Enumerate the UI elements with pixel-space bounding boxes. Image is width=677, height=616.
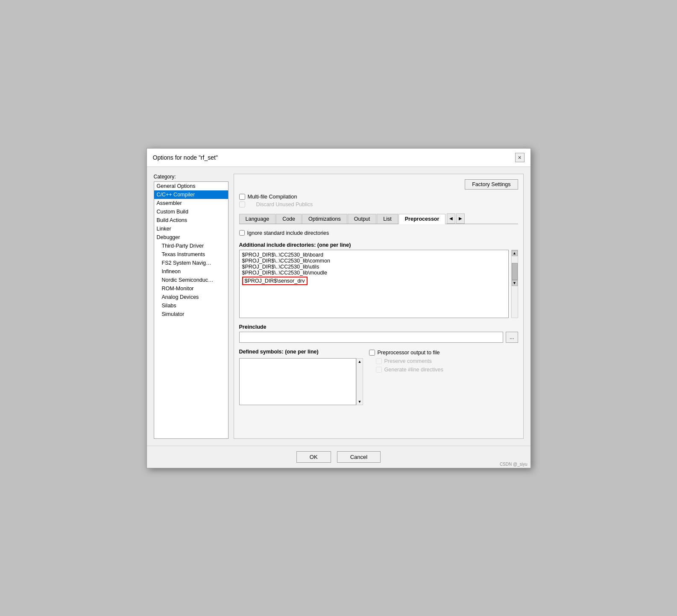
sidebar-item-third-party-driver[interactable]: Third-Party Driver [154, 242, 228, 250]
include-line-2: $PROJ_DIR$\..\CC2530_lib\common [242, 258, 506, 264]
include-line-4: $PROJ_DIR$\..\CC2530_lib\moudle [242, 270, 506, 276]
tab-content-preprocessor: Ignore standard include directories Addi… [239, 230, 518, 433]
multi-file-row: Multi-file Compilation [239, 194, 518, 200]
preinclude-row: ... [239, 332, 518, 343]
sidebar-item-cpp-compiler[interactable]: C/C++ Compiler [154, 190, 228, 199]
preserve-comments-row: Preserve comments [369, 358, 443, 364]
ok-button[interactable]: OK [296, 451, 331, 463]
include-line-3: $PROJ_DIR$\..\CC2530_lib\utils [242, 264, 506, 270]
defined-symbols-section: Defined symbols: (one per line) ▲ ▼ [239, 349, 518, 405]
pp-output-row: Preprocessor output to file [369, 350, 443, 356]
pp-output-checkbox[interactable] [369, 350, 375, 356]
additional-include-section: Additional include directories: (one per… [239, 242, 518, 318]
defined-scroll-up[interactable]: ▲ [358, 359, 361, 364]
tab-nav-left[interactable]: ◀ [447, 213, 455, 224]
content-panel: Factory Settings Multi-file Compilation … [234, 174, 524, 439]
ignore-std-checkbox[interactable] [239, 230, 245, 236]
discard-unused-label: Discard Unused Publics [248, 201, 313, 207]
sidebar-item-fs2-system-navi[interactable]: FS2 System Navig… [154, 259, 228, 267]
multi-file-label: Multi-file Compilation [248, 194, 297, 200]
browse-button[interactable]: ... [506, 332, 518, 343]
defined-symbols-textarea[interactable] [239, 358, 357, 405]
defined-scroll-down[interactable]: ▼ [358, 400, 361, 404]
close-button[interactable]: × [515, 153, 525, 162]
include-line-1: $PROJ_DIR$\..\CC2530_lib\board [242, 252, 506, 258]
include-box-wrapper: $PROJ_DIR$\..\CC2530_lib\board $PROJ_DIR… [239, 250, 518, 318]
defined-scrollbar: ▲ ▼ [356, 358, 363, 405]
preinclude-label: Preinclude [239, 324, 518, 330]
sidebar-item-nordic-semiconduc[interactable]: Nordic Semiconduc… [154, 276, 228, 284]
preinclude-section: Preinclude ... [239, 324, 518, 343]
dialog-footer: OK Cancel [147, 446, 530, 468]
sidebar: Category: General OptionsC/C++ CompilerA… [154, 174, 229, 439]
preinclude-input[interactable] [239, 332, 504, 343]
factory-settings-button[interactable]: Factory Settings [465, 179, 518, 190]
tab-optimizations[interactable]: Optimizations [302, 214, 347, 224]
tab-list[interactable]: List [377, 214, 398, 224]
scrollbar-thumb [512, 263, 518, 280]
sidebar-item-analog-devices[interactable]: Analog Devices [154, 293, 228, 301]
sidebar-item-build-actions[interactable]: Build Actions [154, 216, 228, 225]
preserve-comments-checkbox[interactable] [376, 358, 382, 364]
generate-line-label: Generate #line directives [384, 367, 443, 373]
window-title: Options for node "rf_set" [153, 154, 218, 161]
defined-symbols-label: Defined symbols: (one per line) [239, 349, 363, 355]
tab-code[interactable]: Code [276, 214, 302, 224]
additional-include-label: Additional include directories: (one per… [239, 242, 518, 248]
include-lines-display: $PROJ_DIR$\..\CC2530_lib\board $PROJ_DIR… [240, 250, 508, 287]
include-line-highlighted: $PROJ_DIR$\sensor_drv [242, 277, 308, 285]
discard-unused-checkbox[interactable] [239, 201, 245, 207]
tab-preprocessor[interactable]: Preprocessor [399, 214, 446, 224]
ignore-std-label: Ignore standard include directories [247, 230, 329, 236]
tab-output[interactable]: Output [348, 214, 377, 224]
dialog-body: Category: General OptionsC/C++ CompilerA… [147, 167, 530, 446]
defined-right: Preprocessor output to file Preserve com… [369, 349, 443, 405]
preserve-comments-label: Preserve comments [384, 358, 432, 364]
include-scrollbar[interactable]: ▲ ▼ [511, 250, 518, 318]
sidebar-item-custom-build[interactable]: Custom Build [154, 207, 228, 216]
sidebar-item-debugger[interactable]: Debugger [154, 233, 228, 242]
main-dialog: Options for node "rf_set" × Category: Ge… [147, 148, 531, 468]
ignore-std-row: Ignore standard include directories [239, 230, 518, 236]
cancel-button[interactable]: Cancel [337, 451, 381, 463]
category-list: General OptionsC/C++ CompilerAssemblerCu… [154, 181, 229, 439]
top-bar: Factory Settings [239, 179, 518, 190]
pp-output-label: Preprocessor output to file [378, 350, 440, 356]
tab-language[interactable]: Language [239, 214, 276, 224]
sidebar-item-rom-monitor[interactable]: ROM-Monitor [154, 284, 228, 293]
checkboxes-section: Multi-file Compilation Discard Unused Pu… [239, 194, 518, 207]
sidebar-item-simulator[interactable]: Simulator [154, 310, 228, 318]
multi-file-checkbox[interactable] [239, 194, 245, 200]
defined-left: Defined symbols: (one per line) ▲ ▼ [239, 349, 363, 405]
discard-unused-row: Discard Unused Publics [239, 201, 518, 207]
sidebar-item-general-options[interactable]: General Options [154, 182, 228, 190]
generate-line-checkbox[interactable] [376, 367, 382, 373]
category-label: Category: [154, 174, 229, 180]
generate-line-row: Generate #line directives [369, 367, 443, 373]
sidebar-item-infineon[interactable]: Infineon [154, 267, 228, 276]
watermark: CSDN @_siyu [500, 462, 528, 467]
tab-nav-right[interactable]: ▶ [456, 213, 465, 224]
sidebar-item-silabs[interactable]: Silabs [154, 301, 228, 310]
sidebar-item-assembler[interactable]: Assembler [154, 199, 228, 207]
tabs-bar: LanguageCodeOptimizationsOutputListPrepr… [239, 213, 518, 224]
sidebar-item-linker[interactable]: Linker [154, 225, 228, 233]
sidebar-item-texas-instruments[interactable]: Texas Instruments [154, 250, 228, 259]
title-bar: Options for node "rf_set" × [147, 149, 530, 167]
